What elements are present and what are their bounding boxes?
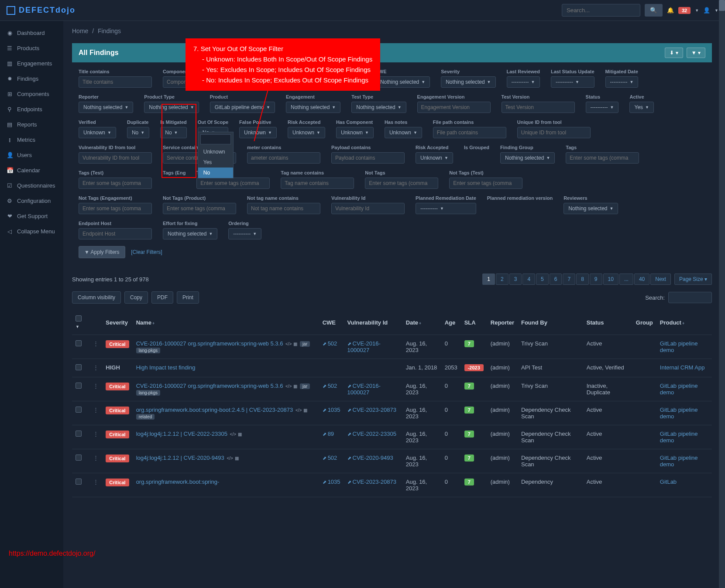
sidebar-item-metrics[interactable]: ⫿Metrics bbox=[0, 132, 63, 147]
row-menu-icon[interactable]: ⋮ bbox=[93, 479, 99, 485]
row-menu-icon[interactable]: ⋮ bbox=[93, 407, 99, 413]
user-icon[interactable]: 👤 bbox=[703, 7, 710, 14]
filter-dropdown[interactable]: Unknown ▼ bbox=[288, 127, 325, 138]
dropdown-option[interactable]: No bbox=[198, 168, 233, 178]
filter-input[interactable] bbox=[502, 102, 575, 113]
filter-dropdown[interactable]: GitLab pipeline demo ▼ bbox=[210, 102, 275, 113]
scrollbar[interactable] bbox=[719, 0, 725, 588]
sidebar-item-reports[interactable]: ▤Reports bbox=[0, 117, 63, 132]
row-checkbox[interactable] bbox=[76, 383, 82, 389]
row-menu-icon[interactable]: ⋮ bbox=[93, 455, 99, 461]
filter-dropdown[interactable]: ---------- ▼ bbox=[551, 76, 594, 88]
vuln-link[interactable]: CVE-2016-1000027 bbox=[347, 383, 381, 396]
page-button[interactable]: 5 bbox=[536, 273, 549, 285]
sort-icon[interactable]: ♦ bbox=[419, 321, 421, 325]
page-button[interactable]: 7 bbox=[563, 273, 575, 285]
breadcrumb-home[interactable]: Home bbox=[72, 27, 88, 34]
filter-input[interactable] bbox=[281, 178, 354, 189]
external-link-icon[interactable]: ⬈ bbox=[323, 407, 326, 413]
external-link-icon[interactable]: ⬈ bbox=[347, 407, 351, 413]
row-menu-icon[interactable]: ⋮ bbox=[93, 431, 99, 437]
filter-dropdown[interactable]: ---------- ▼ bbox=[507, 76, 540, 88]
filter-dropdown[interactable]: No ▼ bbox=[127, 127, 149, 138]
dropdown-option[interactable]: Unknown bbox=[198, 147, 233, 157]
filter-dropdown[interactable]: Nothing selected ▼ bbox=[375, 76, 430, 88]
finding-name-link[interactable]: org.springframework.boot:spring- bbox=[136, 479, 220, 485]
filter-dropdown[interactable]: Nothing selected ▼ bbox=[500, 152, 555, 164]
product-link[interactable]: GitLab pipeline demo bbox=[660, 431, 698, 444]
filter-input[interactable] bbox=[79, 152, 152, 164]
sidebar-item-products[interactable]: ☰Products bbox=[0, 41, 63, 56]
cwe-link[interactable]: 1035 bbox=[328, 407, 340, 413]
filter-input[interactable] bbox=[331, 203, 405, 214]
cwe-link[interactable]: 89 bbox=[328, 431, 334, 437]
clear-filters-link[interactable]: [Clear Filters] bbox=[131, 249, 162, 255]
filter-input[interactable] bbox=[566, 152, 639, 164]
product-link[interactable]: GitLab pipeline demo bbox=[660, 383, 698, 396]
filter-dropdown[interactable]: Yes ▼ bbox=[629, 102, 654, 113]
page-button[interactable]: Next bbox=[650, 273, 671, 285]
vuln-link[interactable]: CVE-2023-20873 bbox=[353, 407, 396, 413]
filter-input[interactable] bbox=[163, 203, 236, 214]
filter-toggle-button[interactable]: ▼ ▾ bbox=[687, 48, 705, 58]
download-button[interactable]: ⬇ ▾ bbox=[665, 48, 683, 58]
row-checkbox[interactable] bbox=[76, 340, 82, 346]
vuln-link[interactable]: CVE-2022-23305 bbox=[353, 431, 396, 437]
dropdown-option[interactable]: Yes bbox=[198, 157, 233, 168]
sidebar-item-endpoints[interactable]: ⚲Endpoints bbox=[0, 102, 63, 117]
filter-input[interactable] bbox=[247, 203, 320, 214]
filter-input[interactable] bbox=[433, 127, 506, 138]
cwe-link[interactable]: 1035 bbox=[328, 479, 340, 485]
row-menu-icon[interactable]: ⋮ bbox=[93, 364, 99, 371]
filter-input[interactable] bbox=[196, 178, 270, 189]
row-menu-icon[interactable]: ⋮ bbox=[93, 340, 99, 347]
filter-dropdown[interactable]: Nothing selected ▼ bbox=[351, 102, 406, 113]
row-menu-icon[interactable]: ⋮ bbox=[93, 383, 99, 389]
sidebar-item-users[interactable]: 👤Users bbox=[0, 147, 63, 163]
sidebar-item-questionnaires[interactable]: ☑Questionnaires bbox=[0, 178, 63, 193]
sidebar-item-configuration[interactable]: ⚙Configuration bbox=[0, 193, 63, 209]
cwe-link[interactable]: 502 bbox=[328, 340, 337, 347]
external-link-icon[interactable]: ⬈ bbox=[323, 383, 326, 389]
finding-name-link[interactable]: High Impact test finding bbox=[136, 364, 196, 371]
row-checkbox[interactable] bbox=[76, 455, 82, 461]
page-button[interactable]: 3 bbox=[509, 273, 522, 285]
page-button[interactable]: 4 bbox=[522, 273, 535, 285]
sidebar-item-calendar[interactable]: 📅Calendar bbox=[0, 163, 63, 178]
filter-input[interactable] bbox=[417, 102, 491, 113]
notif-badge[interactable]: 32 bbox=[678, 7, 691, 14]
filter-input[interactable] bbox=[79, 178, 152, 189]
finding-name-link[interactable]: log4j:log4j:1.2.12 | CVE-2022-23305 bbox=[136, 431, 227, 437]
row-checkbox[interactable] bbox=[76, 364, 82, 370]
filter-dropdown[interactable]: Nothing selected ▼ bbox=[564, 203, 618, 214]
page-button[interactable]: 40 bbox=[634, 273, 649, 285]
page-size-button[interactable]: Page Size ▾ bbox=[674, 273, 712, 285]
product-link[interactable]: Internal CRM App bbox=[660, 364, 705, 371]
cwe-link[interactable]: 502 bbox=[328, 383, 337, 389]
print-button[interactable]: Print bbox=[177, 291, 199, 304]
filter-dropdown[interactable]: Unknown ▼ bbox=[79, 127, 116, 138]
finding-name-link[interactable]: org.springframework.boot:spring-boot:2.4… bbox=[136, 407, 293, 413]
global-search-button[interactable]: 🔍 bbox=[645, 4, 663, 17]
dropdown-search[interactable] bbox=[200, 134, 231, 144]
row-checkbox[interactable] bbox=[76, 407, 82, 413]
filter-dropdown[interactable]: Nothing selected ▼ bbox=[286, 102, 340, 113]
external-link-icon[interactable]: ⬈ bbox=[347, 431, 351, 437]
product-link[interactable]: GitLab pipeline demo bbox=[660, 455, 698, 468]
pdf-button[interactable]: PDF bbox=[151, 291, 173, 304]
filter-dropdown[interactable]: Nothing selected ▼ bbox=[79, 102, 133, 113]
page-button[interactable]: 8 bbox=[576, 273, 589, 285]
apply-filters-button[interactable]: ▼ Apply Filters bbox=[79, 246, 125, 258]
sidebar-item-collapse-menu[interactable]: ◁Collapse Menu bbox=[0, 224, 63, 239]
external-link-icon[interactable]: ⬈ bbox=[323, 455, 326, 461]
page-button[interactable]: 9 bbox=[590, 273, 602, 285]
filter-dropdown[interactable]: ---------- ▼ bbox=[586, 102, 619, 113]
vuln-link[interactable]: CVE-2020-9493 bbox=[353, 455, 393, 461]
finding-name-link[interactable]: CVE-2016-1000027 org.springframework:spr… bbox=[136, 340, 283, 347]
sidebar-item-get-support[interactable]: ❤Get Support bbox=[0, 209, 63, 224]
filter-input[interactable] bbox=[79, 76, 152, 88]
bulk-caret-icon[interactable]: ▼ bbox=[76, 325, 79, 329]
sort-icon[interactable]: ♦ bbox=[152, 321, 155, 325]
vuln-link[interactable]: CVE-2023-20873 bbox=[353, 479, 396, 485]
sidebar-item-components[interactable]: ⊞Components bbox=[0, 86, 63, 102]
